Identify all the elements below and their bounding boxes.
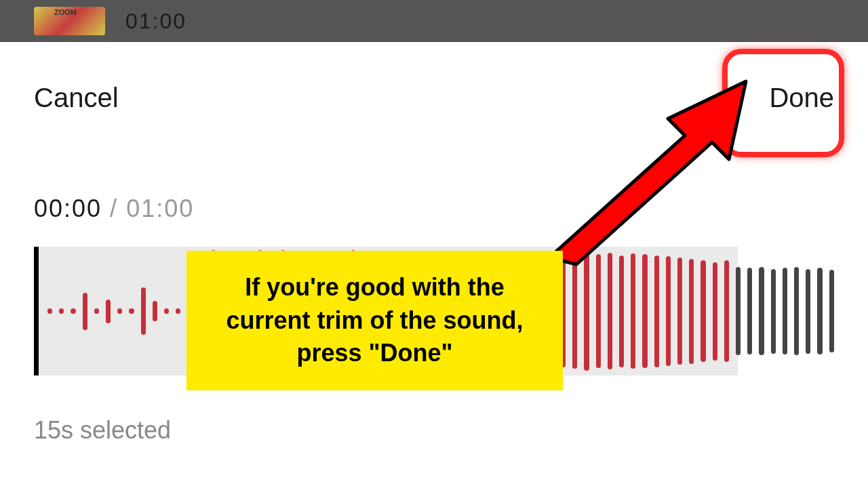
- done-button[interactable]: Done: [769, 83, 834, 113]
- instruction-callout: If you're good with the current trim of …: [186, 251, 563, 390]
- sound-thumbnail: [34, 7, 105, 35]
- backdrop-header: 01:00: [0, 0, 868, 42]
- selection-label: 15s selected: [34, 416, 834, 445]
- sheet-header: Cancel Done: [34, 83, 834, 113]
- time-separator: /: [110, 195, 118, 222]
- time-total: 01:00: [126, 195, 194, 222]
- time-current: 00:00: [34, 195, 102, 222]
- cancel-button[interactable]: Cancel: [34, 83, 119, 113]
- backdrop-duration: 01:00: [125, 9, 186, 34]
- time-display: 00:00 / 01:00: [34, 195, 834, 223]
- instruction-text: If you're good with the current trim of …: [214, 271, 536, 370]
